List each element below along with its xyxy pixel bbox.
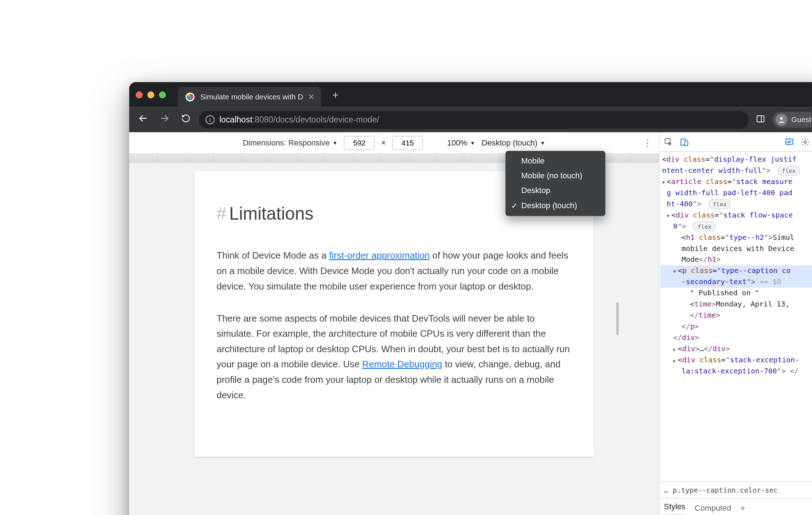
close-window[interactable] xyxy=(136,91,143,98)
menu-item-mobile-no-touch[interactable]: Mobile (no touch) xyxy=(505,169,605,183)
browser-window: Simulate mobile devices with D ✕ ＋ i loc… xyxy=(129,82,812,515)
device-mode-pane: Dimensions: Responsive ▼ × 100% ▼ Deskto… xyxy=(129,132,659,515)
styles-tab-bar: Styles Computed » xyxy=(659,498,812,515)
link-first-order-approximation[interactable]: first-order approximation xyxy=(329,250,430,260)
width-input[interactable] xyxy=(344,136,375,150)
new-tab-button[interactable]: ＋ xyxy=(328,86,344,102)
browser-tab[interactable]: Simulate mobile devices with D ✕ xyxy=(178,86,321,107)
svg-point-11 xyxy=(804,140,806,143)
browser-toolbar: i localhost:8080/docs/devtools/device-mo… xyxy=(129,107,812,132)
breadcrumb-bar[interactable]: … p.type--caption.color-sec … xyxy=(659,481,812,498)
window-controls xyxy=(136,91,166,98)
tab-more[interactable]: » xyxy=(740,503,745,515)
profile-badge[interactable]: Guest xyxy=(773,112,812,127)
inspect-element-icon[interactable] xyxy=(664,137,673,146)
forward-button[interactable] xyxy=(156,113,173,126)
settings-gear-icon[interactable] xyxy=(800,137,810,146)
site-info-icon[interactable]: i xyxy=(206,115,215,124)
svg-point-4 xyxy=(780,117,783,120)
dimensions-dropdown[interactable]: Dimensions: Responsive ▼ xyxy=(243,138,337,147)
profile-label: Guest xyxy=(791,115,811,124)
zoom-dropdown[interactable]: 100% ▼ xyxy=(447,138,475,147)
chrome-favicon-icon xyxy=(186,92,195,101)
back-button[interactable] xyxy=(135,113,151,126)
console-messages-icon[interactable] xyxy=(785,137,794,146)
svg-rect-2 xyxy=(757,115,764,121)
devtools-toolbar: ⋮ ✕ xyxy=(659,132,812,152)
side-panel-icon[interactable] xyxy=(753,114,768,125)
breadcrumb-current[interactable]: p.type--caption.color-sec xyxy=(673,485,812,494)
tab-computed[interactable]: Computed xyxy=(695,503,731,515)
devtools-panel: ⋮ ✕ <div class="display-flex justif nten… xyxy=(659,132,812,515)
scrollbar-thumb[interactable] xyxy=(616,302,619,335)
device-toolbar: Dimensions: Responsive ▼ × 100% ▼ Deskto… xyxy=(129,132,659,153)
close-tab-icon[interactable]: ✕ xyxy=(308,92,315,102)
tab-strip: Simulate mobile devices with D ✕ ＋ xyxy=(129,82,812,107)
caret-down-icon: ▼ xyxy=(540,140,545,145)
caret-down-icon: ▼ xyxy=(333,140,338,145)
menu-item-mobile[interactable]: Mobile xyxy=(505,153,605,168)
reload-button[interactable] xyxy=(177,113,194,126)
link-remote-debugging[interactable]: Remote Debugging xyxy=(362,359,442,369)
anchor-hash-icon[interactable]: # xyxy=(217,204,226,223)
toggle-device-toolbar-icon[interactable] xyxy=(680,137,689,146)
page-paragraph: There are some aspects of mobile devices… xyxy=(217,310,572,403)
page-paragraph: Think of Device Mode as a first-order ap… xyxy=(217,248,572,294)
device-type-menu: Mobile Mobile (no touch) Desktop Desktop… xyxy=(505,151,605,216)
dim-separator: × xyxy=(381,138,386,147)
caret-down-icon: ▼ xyxy=(470,140,475,145)
tab-styles[interactable]: Styles xyxy=(664,502,686,515)
avatar-icon xyxy=(776,113,788,126)
menu-item-desktop[interactable]: Desktop xyxy=(505,183,605,198)
address-bar[interactable]: i localhost:8080/docs/devtools/device-mo… xyxy=(199,111,749,129)
minimize-window[interactable] xyxy=(147,91,154,98)
device-toolbar-more-button[interactable]: ⋮ xyxy=(643,137,652,148)
url-text: localhost:8080/docs/devtools/device-mode… xyxy=(219,115,379,124)
svg-rect-7 xyxy=(685,140,688,145)
device-type-dropdown[interactable]: Desktop (touch) ▼ xyxy=(482,138,545,147)
breadcrumb-overflow-icon[interactable]: … xyxy=(664,485,668,494)
tab-title: Simulate mobile devices with D xyxy=(200,93,303,101)
menu-item-desktop-touch[interactable]: Desktop (touch) xyxy=(505,198,605,213)
elements-dom-tree[interactable]: <div class="display-flex justif ntent-ce… xyxy=(659,152,812,481)
maximize-window[interactable] xyxy=(159,91,166,98)
height-input[interactable] xyxy=(392,136,423,150)
